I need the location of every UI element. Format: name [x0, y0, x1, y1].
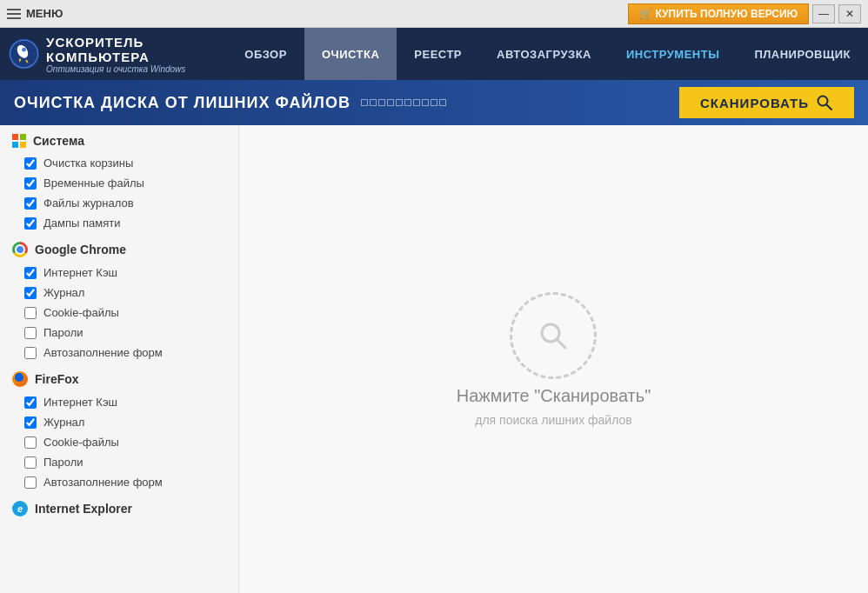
item-dumps-label: Дампы памяти — [43, 217, 120, 230]
item-korzina-label: Очистка корзины — [43, 157, 133, 170]
scan-search-icon — [816, 94, 833, 111]
checkbox-temp-files[interactable] — [24, 177, 37, 190]
item-chrome-passwords-label: Пароли — [43, 326, 83, 339]
checkbox-log-files[interactable] — [24, 197, 37, 210]
minimize-button[interactable]: — — [812, 4, 835, 23]
item-dumps[interactable]: Дампы памяти — [0, 213, 238, 233]
page-title: ОЧИСТКА ДИСКА ОТ ЛИШНИХ ФАЙЛОВ — [14, 94, 351, 112]
checkbox-korzina[interactable] — [24, 157, 37, 170]
checkbox-ff-autofill[interactable] — [24, 476, 37, 489]
title-bar-left: МЕНЮ — [7, 7, 63, 20]
item-log-files[interactable]: Файлы журналов — [0, 193, 238, 213]
item-temp-files[interactable]: Временные файлы — [0, 173, 238, 193]
nav-avtozagruzka[interactable]: АВТОЗАГРУЗКА — [479, 28, 609, 80]
item-ff-log-label: Журнал — [43, 416, 84, 429]
right-panel: Нажмите "Сканировать" для поиска лишних … — [239, 125, 868, 593]
checkbox-ff-passwords[interactable] — [24, 456, 37, 469]
category-firefox-label: FireFox — [35, 372, 79, 386]
item-ff-autofill-label: Автозаполнение форм — [43, 476, 163, 489]
logo-title: УСКОРИТЕЛЬ КОМПЬЮТЕРА — [46, 35, 210, 64]
app-header: УСКОРИТЕЛЬ КОМПЬЮТЕРА Оптимизация и очис… — [0, 28, 868, 80]
page-title-area: ОЧИСТКА ДИСКА ОТ ЛИШНИХ ФАЙЛОВ — [14, 94, 446, 112]
category-ie-label: Internet Explorer — [35, 502, 132, 516]
item-ff-passwords[interactable]: Пароли — [0, 452, 238, 472]
item-chrome-cache[interactable]: Интернет Кэш — [0, 263, 238, 283]
nav-obzor[interactable]: ОБЗОР — [227, 28, 304, 80]
title-bar: МЕНЮ 🛒 КУПИТЬ ПОЛНУЮ ВЕРСИЮ — ✕ — [0, 0, 868, 28]
ie-icon: e — [12, 501, 28, 516]
nav-reestr[interactable]: РЕЕСТР — [397, 28, 479, 80]
chrome-icon — [12, 242, 28, 257]
item-chrome-log-label: Журнал — [43, 286, 84, 299]
checkbox-chrome-cookies[interactable] — [24, 307, 37, 319]
placeholder-search-icon — [536, 318, 571, 353]
item-chrome-cookies-label: Cookie-файлы — [43, 306, 119, 319]
checkbox-ff-cookies[interactable] — [24, 436, 37, 449]
page-header: ОЧИСТКА ДИСКА ОТ ЛИШНИХ ФАЙЛОВ СКАНИРОВА… — [0, 80, 868, 125]
menu-label: МЕНЮ — [26, 7, 63, 20]
logo-subtitle: Оптимизация и очистка Windows — [46, 64, 210, 74]
scan-button-label: СКАНИРОВАТЬ — [700, 96, 809, 110]
nav-instrumenty[interactable]: ИНСТРУМЕНТЫ — [609, 28, 737, 80]
left-panel: Система Очистка корзины Временные файлы … — [0, 125, 239, 593]
item-chrome-cache-label: Интернет Кэш — [43, 266, 117, 279]
svg-point-3 — [22, 48, 26, 52]
svg-line-7 — [557, 339, 565, 348]
item-ff-cookies-label: Cookie-файлы — [43, 436, 119, 449]
firefox-icon — [12, 371, 28, 387]
item-ff-log[interactable]: Журнал — [0, 412, 238, 432]
main-content: Система Очистка корзины Временные файлы … — [0, 125, 868, 593]
item-chrome-log[interactable]: Журнал — [0, 283, 238, 303]
categoria-sistema-label: Система — [33, 134, 84, 148]
item-log-files-label: Файлы журналов — [43, 197, 134, 210]
close-button[interactable]: ✕ — [838, 4, 861, 23]
buy-button[interactable]: 🛒 КУПИТЬ ПОЛНУЮ ВЕРСИЮ — [628, 3, 809, 24]
nav-ochistka[interactable]: ОЧИСТКА — [304, 28, 397, 80]
checkbox-chrome-passwords[interactable] — [24, 327, 37, 339]
item-chrome-autofill[interactable]: Автозаполнение форм — [0, 343, 238, 363]
checkbox-dumps[interactable] — [24, 217, 37, 230]
checkbox-chrome-log[interactable] — [24, 287, 37, 299]
item-ff-cookies[interactable]: Cookie-файлы — [0, 432, 238, 452]
item-ff-autofill[interactable]: Автозаполнение форм — [0, 472, 238, 492]
windows-icon — [12, 134, 26, 148]
item-chrome-cookies[interactable]: Cookie-файлы — [0, 303, 238, 323]
placeholder-main-text: Нажмите "Сканировать" — [457, 386, 651, 406]
item-chrome-passwords[interactable]: Пароли — [0, 323, 238, 343]
category-sistema: Система — [0, 125, 238, 153]
nav-bar: ОБЗОР ОЧИСТКА РЕЕСТР АВТОЗАГРУЗКА ИНСТРУ… — [227, 28, 868, 80]
category-chrome: Google Chrome — [0, 233, 238, 263]
scan-button[interactable]: СКАНИРОВАТЬ — [679, 87, 854, 118]
item-ff-cache[interactable]: Интернет Кэш — [0, 392, 238, 412]
placeholder-sub-text: для поиска лишних файлов — [475, 413, 631, 427]
scan-placeholder: Нажмите "Сканировать" для поиска лишних … — [457, 292, 651, 427]
title-bar-right: 🛒 КУПИТЬ ПОЛНУЮ ВЕРСИЮ — ✕ — [628, 3, 861, 24]
category-chrome-label: Google Chrome — [35, 243, 126, 257]
svg-line-5 — [827, 105, 832, 110]
item-ff-passwords-label: Пароли — [43, 456, 83, 469]
item-korzina[interactable]: Очистка корзины — [0, 153, 238, 173]
item-ff-cache-label: Интернет Кэш — [43, 396, 117, 409]
logo-text: УСКОРИТЕЛЬ КОМПЬЮТЕРА Оптимизация и очис… — [46, 35, 210, 74]
nav-planirovshik[interactable]: ПЛАНИРОВЩИК — [737, 28, 868, 80]
checkbox-chrome-autofill[interactable] — [24, 347, 37, 359]
rocket-icon — [9, 35, 39, 73]
category-ie: e Internet Explorer — [0, 492, 238, 522]
app-logo: УСКОРИТЕЛЬ КОМПЬЮТЕРА Оптимизация и очис… — [9, 35, 210, 74]
checkbox-ff-log[interactable] — [24, 416, 37, 429]
page-title-decoration — [361, 99, 446, 106]
category-firefox: FireFox — [0, 363, 238, 392]
item-chrome-autofill-label: Автозаполнение форм — [43, 346, 163, 359]
item-temp-files-label: Временные файлы — [43, 177, 144, 190]
menu-button[interactable] — [7, 9, 21, 19]
checkbox-ff-cache[interactable] — [24, 396, 37, 409]
checkbox-chrome-cache[interactable] — [24, 267, 37, 279]
scan-circle-icon — [510, 292, 597, 379]
